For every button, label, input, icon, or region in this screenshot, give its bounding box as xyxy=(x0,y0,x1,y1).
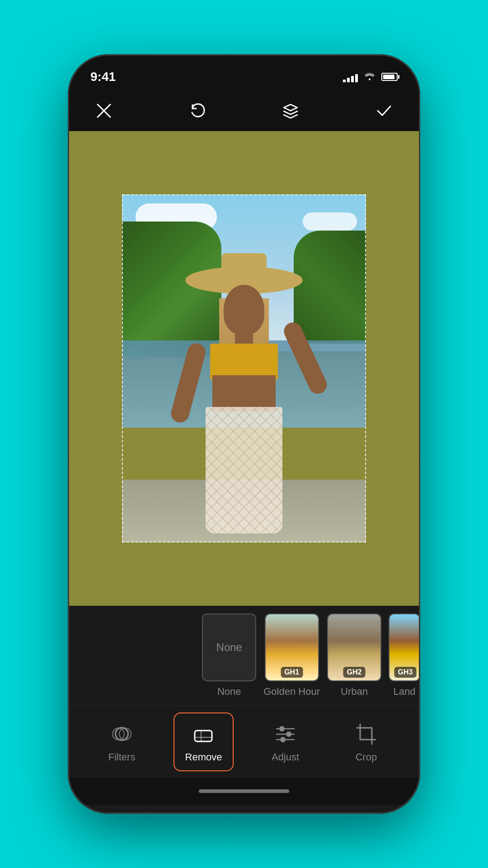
confirm-button[interactable] xyxy=(371,97,398,124)
remove-icon xyxy=(190,721,217,748)
tool-filters[interactable]: Filters xyxy=(93,713,151,770)
bottom-panel: None None GH1 Golden Hour xyxy=(68,606,420,814)
filter-gh2-badge: GH2 xyxy=(343,667,366,678)
photo-container xyxy=(122,194,366,542)
cloud-2 xyxy=(303,212,357,231)
tool-adjust[interactable]: Adjust xyxy=(256,713,314,770)
filter-land-text: Land xyxy=(394,686,416,698)
filter-strip: None None GH1 Golden Hour xyxy=(68,606,420,705)
svg-point-10 xyxy=(286,732,291,736)
canvas-area xyxy=(68,131,420,606)
filter-land-preview: GH3 xyxy=(389,614,420,680)
filter-gh1-badge: GH1 xyxy=(281,667,303,678)
filters-icon xyxy=(108,721,136,748)
status-icons xyxy=(343,71,398,83)
phone-screen: 9:41 xyxy=(68,54,420,814)
filter-gh2-text: Urban xyxy=(341,686,368,698)
tool-remove-label: Remove xyxy=(185,751,222,763)
phone-frame: 9:41 xyxy=(68,54,420,814)
wifi-icon xyxy=(363,71,376,83)
mesh-skirt xyxy=(206,407,282,533)
skirt-mesh-pattern xyxy=(206,407,282,533)
filter-land-thumb[interactable]: GH3 xyxy=(389,613,420,681)
crop-icon xyxy=(352,721,380,748)
status-time: 9:41 xyxy=(90,70,116,84)
hat-top xyxy=(221,253,267,280)
filter-gh1-text: Golden Hour xyxy=(263,686,320,698)
torso xyxy=(212,375,276,411)
adjust-icon xyxy=(272,721,299,748)
photo-image xyxy=(122,194,366,542)
head xyxy=(224,285,264,335)
home-indicator xyxy=(68,778,420,805)
home-bar xyxy=(199,789,289,793)
filter-gh1-thumb[interactable]: GH1 xyxy=(265,613,319,681)
battery-icon xyxy=(381,73,398,81)
filter-landscape[interactable]: GH3 Land xyxy=(389,613,420,698)
signal-icon xyxy=(343,71,358,82)
yellow-top xyxy=(210,344,278,380)
filter-gh2-preview: GH2 xyxy=(328,614,380,680)
filter-gh1-preview: GH1 xyxy=(266,614,318,680)
tool-crop[interactable]: Crop xyxy=(337,713,395,770)
filter-none[interactable]: None None xyxy=(202,613,256,698)
tool-remove[interactable]: Remove xyxy=(174,712,234,771)
layers-button[interactable] xyxy=(277,97,304,124)
undo-button[interactable] xyxy=(184,97,211,124)
filter-urban[interactable]: GH2 Urban xyxy=(327,613,381,698)
filter-golden-hour[interactable]: GH1 Golden Hour xyxy=(263,613,320,698)
person-subject xyxy=(181,253,307,542)
top-toolbar xyxy=(68,90,420,131)
filter-land-badge: GH3 xyxy=(394,667,417,678)
filter-none-label-inner: None xyxy=(216,641,242,654)
status-bar: 9:41 xyxy=(68,54,420,90)
tool-crop-label: Crop xyxy=(356,751,377,763)
svg-point-4 xyxy=(113,728,124,740)
filter-gh2-thumb[interactable]: GH2 xyxy=(327,613,381,681)
svg-point-8 xyxy=(280,726,284,731)
tool-adjust-label: Adjust xyxy=(272,751,299,763)
close-button[interactable] xyxy=(90,97,117,124)
bottom-toolbar: Filters Remove xyxy=(68,705,420,778)
filter-none-text: None xyxy=(217,686,241,698)
filter-none-thumb[interactable]: None xyxy=(202,613,256,681)
tool-filters-label: Filters xyxy=(108,751,136,763)
svg-point-12 xyxy=(281,737,285,742)
svg-rect-6 xyxy=(195,731,212,741)
svg-point-5 xyxy=(119,728,131,740)
